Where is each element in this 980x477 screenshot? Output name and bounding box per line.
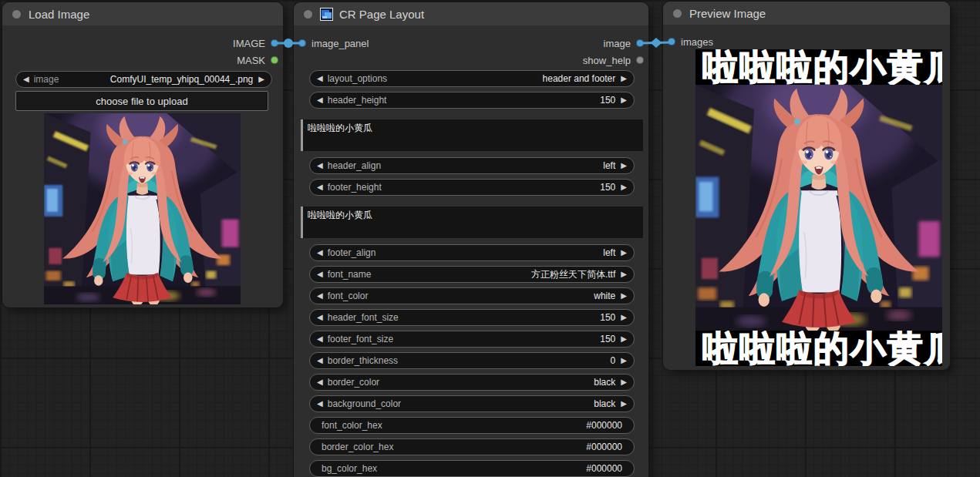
widget-bg-color-hex[interactable]: bg_color_hex #000000 [309, 460, 635, 477]
input-port-images-icon[interactable] [668, 38, 675, 45]
widget-border-color-hex[interactable]: border_color_hex #000000 [309, 438, 635, 455]
widget-value: #000000 [586, 442, 622, 452]
widget-value: left [603, 247, 615, 258]
widget-border-thickness[interactable]: ◀ border_thickness 0 ▶ [309, 352, 635, 369]
widget-value: #000000 [586, 463, 622, 474]
widget-label: footer_align [328, 247, 376, 258]
collapse-dot-icon[interactable] [12, 10, 21, 18]
output-label: image [604, 38, 631, 49]
widget-font-name[interactable]: ◀ font_name 方正粉丝天下简体.ttf ▶ [309, 266, 635, 283]
collapse-dot-icon[interactable] [304, 10, 312, 18]
widget-image-combo[interactable]: ◀ image ComfyUI_temp_yhipq_00044_.png ▶ [15, 71, 272, 88]
increment-arrow-icon[interactable]: ▶ [621, 378, 627, 386]
widget-font-color-hex[interactable]: font_color_hex #000000 [309, 417, 635, 434]
output-port-mask-icon[interactable] [271, 56, 278, 64]
widget-label: header_align [328, 160, 381, 171]
decrement-arrow-icon[interactable]: ◀ [317, 183, 323, 191]
widget-value: 150 [600, 312, 615, 323]
output-label: MASK [237, 55, 265, 66]
widget-footer-height[interactable]: ◀ footer_height 150 ▶ [309, 179, 635, 196]
widget-value: black [594, 377, 615, 388]
input-images: images [668, 33, 713, 50]
decrement-arrow-icon[interactable]: ◀ [317, 378, 323, 386]
node-load-image-titlebar[interactable]: Load Image [2, 2, 283, 25]
node-preview-image: Preview Image images 啦啦啦的小黄瓜 啦啦啦的小黄瓜 [663, 2, 950, 370]
decrement-arrow-icon[interactable]: ◀ [317, 292, 323, 300]
input-image-panel: image_panel [298, 35, 369, 52]
decrement-arrow-icon[interactable]: ◀ [317, 357, 323, 364]
widget-label: footer_font_size [328, 334, 393, 344]
decrement-arrow-icon[interactable]: ◀ [317, 96, 323, 104]
widget-label: image [34, 74, 59, 85]
widget-value: 150 [600, 334, 615, 344]
widget-label: bg_color_hex [322, 463, 377, 474]
widget-value: 150 [600, 95, 615, 106]
output-mask: MASK [237, 52, 278, 69]
widget-label: background_color [328, 398, 401, 409]
footer-text-input[interactable]: 啦啦啦的小黄瓜 [301, 207, 643, 238]
widget-value: 0 [611, 355, 616, 366]
decrement-arrow-icon[interactable]: ◀ [317, 400, 323, 408]
increment-arrow-icon[interactable]: ▶ [621, 357, 627, 364]
widget-label: layout_options [328, 73, 387, 84]
widget-header-font-size[interactable]: ◀ header_font_size 150 ▶ [309, 309, 635, 326]
widget-value: black [594, 398, 615, 409]
widget-footer-align[interactable]: ◀ footer_align left ▶ [309, 244, 635, 261]
increment-arrow-icon[interactable]: ▶ [621, 314, 627, 321]
widget-font-color[interactable]: ◀ font_color white ▶ [309, 287, 635, 304]
output-show-help: show_help [583, 52, 644, 69]
output-port-show-help-icon[interactable] [636, 56, 644, 64]
increment-arrow-icon[interactable]: ▶ [621, 96, 627, 104]
widget-label: header_font_size [328, 312, 399, 323]
decrement-arrow-icon[interactable]: ◀ [317, 162, 323, 170]
widget-header-align[interactable]: ◀ header_align left ▶ [309, 157, 635, 174]
widget-label: footer_height [328, 182, 382, 193]
widget-header-height[interactable]: ◀ header_height 150 ▶ [309, 92, 635, 109]
choose-file-button[interactable]: choose file to upload [15, 91, 268, 111]
node-load-image: Load Image IMAGE MASK ◀ image ComfyUI_te… [2, 2, 283, 307]
widget-label: border_color [328, 377, 379, 388]
widget-label: border_color_hex [322, 442, 393, 452]
node-preview-image-titlebar[interactable]: Preview Image [663, 2, 950, 25]
widget-value: #000000 [586, 420, 622, 431]
increment-arrow-icon[interactable]: ▶ [621, 335, 627, 343]
widget-border-color[interactable]: ◀ border_color black ▶ [309, 374, 635, 391]
decrement-arrow-icon[interactable]: ◀ [317, 75, 323, 82]
widget-value: ComfyUI_temp_yhipq_00044_.png [110, 74, 253, 85]
widget-layout-options[interactable]: ◀ layout_options header and footer ▶ [309, 70, 635, 87]
decrement-arrow-icon[interactable]: ◀ [317, 335, 323, 343]
output-label: show_help [583, 55, 631, 66]
widget-value: left [603, 160, 615, 171]
increment-arrow-icon[interactable]: ▶ [621, 270, 627, 278]
header-text-input[interactable]: 啦啦啦的小黄瓜 [301, 119, 643, 151]
increment-arrow-icon[interactable]: ▶ [621, 292, 627, 300]
decrement-arrow-icon[interactable]: ◀ [23, 76, 29, 83]
loaded-image-preview [44, 113, 241, 304]
collapse-dot-icon[interactable] [673, 9, 682, 18]
widget-footer-font-size[interactable]: ◀ footer_font_size 150 ▶ [309, 331, 635, 348]
input-port-image-panel-icon[interactable] [298, 39, 306, 47]
node-title: CR Page Layout [339, 8, 424, 21]
increment-arrow-icon[interactable]: ▶ [258, 76, 264, 83]
increment-arrow-icon[interactable]: ▶ [621, 183, 627, 191]
node-cr-page-layout: CR Page Layout image_panel image show_he… [294, 2, 648, 477]
decrement-arrow-icon[interactable]: ◀ [317, 270, 323, 278]
output-port-image-icon[interactable] [636, 39, 644, 47]
widget-label: header_height [328, 95, 387, 106]
increment-arrow-icon[interactable]: ▶ [621, 249, 627, 257]
result-footer-banner: 啦啦啦的小黄瓜 [695, 331, 942, 366]
widget-background-color[interactable]: ◀ background_color black ▶ [309, 395, 635, 412]
decrement-arrow-icon[interactable]: ◀ [317, 314, 323, 321]
output-port-image-icon[interactable] [271, 39, 278, 47]
increment-arrow-icon[interactable]: ▶ [621, 162, 627, 170]
page-layout-node-icon [320, 8, 333, 21]
widget-label: border_thickness [328, 355, 398, 366]
widget-value: header and footer [543, 73, 616, 84]
output-image: IMAGE [233, 35, 278, 52]
node-cr-page-layout-titlebar[interactable]: CR Page Layout [294, 2, 648, 25]
input-label: images [681, 36, 713, 48]
decrement-arrow-icon[interactable]: ◀ [317, 249, 323, 257]
increment-arrow-icon[interactable]: ▶ [621, 400, 627, 408]
increment-arrow-icon[interactable]: ▶ [621, 75, 627, 82]
widget-label: font_color [328, 291, 369, 301]
